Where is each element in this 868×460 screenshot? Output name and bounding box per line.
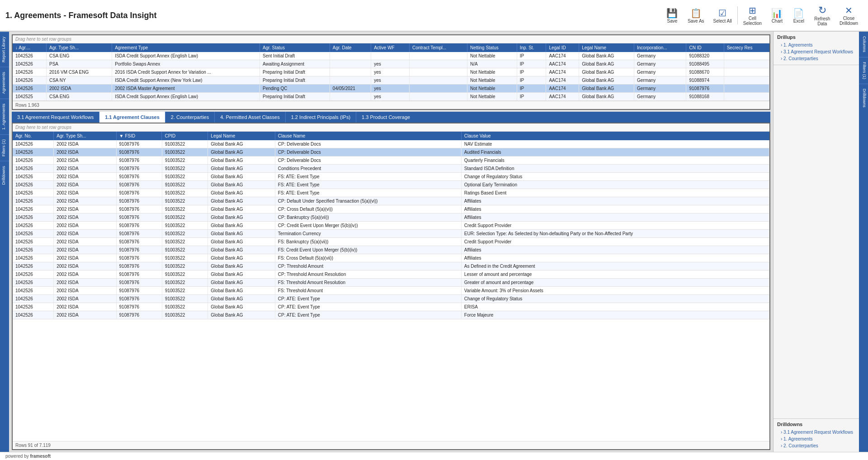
tab-asset-classes[interactable]: 4. Permitted Asset Classes (215, 112, 285, 123)
table-row[interactable]: 1042525CSA ENGISDA Credit Support Annex … (13, 93, 769, 101)
refresh-data-button[interactable]: ↻ RefreshData (810, 3, 835, 28)
table-cell: Global Bank AG (208, 254, 275, 262)
table-row[interactable]: 10425262002 ISDA9108797691003522Global B… (13, 311, 769, 319)
table-cell: 91087976 (116, 311, 162, 319)
chart-button[interactable]: 📊 Chart (766, 6, 788, 25)
table-row[interactable]: 10425262002 ISDA2002 ISDA Master Agreeme… (13, 85, 769, 93)
excel-button[interactable]: 📄 Excel (788, 6, 810, 25)
drillup-item-agreements[interactable]: › 1. Agreements (777, 42, 855, 48)
table-cell: 1042526 (13, 287, 54, 295)
tab-indirect[interactable]: 1.2 Indirect Principals (IPs) (286, 112, 356, 123)
drilldown-item-agreements[interactable]: › 1. Agreements (777, 436, 855, 442)
side-tab-agreements[interactable]: Agreements (0, 67, 9, 99)
table-cell: 91003522 (162, 222, 208, 230)
table-row[interactable]: 10425262002 ISDA9108797691003522Global B… (13, 197, 769, 205)
table-cell: 91088320 (686, 52, 724, 60)
table-cell: CP: ATE: Event Type (275, 303, 461, 311)
save-as-button[interactable]: 📋 Save As (683, 6, 709, 25)
app-body: Report Library Agreements 1. Agreements … (0, 32, 868, 452)
right-side-tab-filters[interactable]: Filters (1) (859, 57, 868, 84)
drillup-item-workflow[interactable]: › 3.1 Agreement Request Workflows (777, 48, 855, 55)
bottom-table-body: 10425262002 ISDA9108797691003522Global B… (13, 140, 769, 319)
tab-counterparties[interactable]: 2. Counterparties (165, 112, 215, 123)
save-button[interactable]: 💾 Save (661, 6, 683, 25)
table-cell: Not Nettable (467, 85, 517, 93)
table-cell: 1042526 (13, 205, 54, 213)
table-cell: 1042526 (13, 76, 46, 85)
table-row[interactable]: 1042526CSA NYISDA Credit Support Annex (… (13, 76, 769, 85)
table-row[interactable]: 10425262002 ISDA9108797691003522Global B… (13, 165, 769, 173)
table-cell: 1042526 (13, 173, 54, 181)
table-row[interactable]: 10425262002 ISDA9108797691003522Global B… (13, 181, 769, 189)
select-all-button[interactable]: ☑ Select All (709, 6, 736, 25)
table-row[interactable]: 10425262002 ISDA9108797691003522Global B… (13, 262, 769, 270)
right-side-tab-columns[interactable]: Columns (859, 32, 868, 57)
drilldown-item-counterparties[interactable]: › 2. Counterparties (777, 442, 855, 449)
table-row[interactable]: 10425262002 ISDA9108797691003522Global B… (13, 303, 769, 311)
side-tab-filters[interactable]: Filters (1) (0, 134, 9, 161)
table-cell: 1042526 (13, 303, 54, 311)
top-grid-container: Drag here to set row groups ↓ Agr.... Ag… (12, 34, 770, 110)
table-row[interactable]: 10425262002 ISDA9108797691003522Global B… (13, 205, 769, 213)
side-tab-report-library[interactable]: Report Library (0, 32, 9, 67)
table-row[interactable]: 10425262002 ISDA9108797691003522Global B… (13, 213, 769, 222)
table-row[interactable]: 10425262002 ISDA9108797691003522Global B… (13, 254, 769, 262)
table-cell: 91087976 (116, 287, 162, 295)
drilldown-item-workflow[interactable]: › 3.1 Agreement Request Workflows (777, 429, 855, 436)
top-table-scroll[interactable]: ↓ Agr.... Agr. Type Sh... Agreement Type… (13, 43, 769, 101)
table-cell: 91003522 (162, 173, 208, 181)
table-cell: 91003522 (162, 246, 208, 254)
table-cell: Germany (634, 85, 686, 93)
table-cell: 2002 ISDA (54, 262, 116, 270)
table-cell: AAC174 (546, 93, 579, 101)
table-cell: ISDA Credit Support Annex (English Law) (112, 93, 260, 101)
table-row[interactable]: 10425262002 ISDA9108797691003522Global B… (13, 287, 769, 295)
table-cell: EUR: Selection Type: As Selected by Non-… (461, 230, 769, 238)
table-row[interactable]: 10425262002 ISDA9108797691003522Global B… (13, 222, 769, 230)
table-cell: Global Bank AG (579, 60, 634, 68)
table-row[interactable]: 1042526CSA ENGISDA Credit Support Annex … (13, 52, 769, 60)
table-cell: FS: ATE: Event Type (275, 181, 461, 189)
table-row[interactable]: 10425262002 ISDA9108797691003522Global B… (13, 230, 769, 238)
table-row[interactable]: 10425262002 ISDA9108797691003522Global B… (13, 140, 769, 148)
table-row[interactable]: 10425262016 VM CSA ENG2016 ISDA Credit S… (13, 68, 769, 76)
table-cell: Conditions Precedent (275, 165, 461, 173)
table-cell: yes (371, 85, 410, 93)
table-cell: Preparing Initial Draft (260, 68, 330, 76)
table-cell: 91087976 (116, 238, 162, 246)
table-cell: 2002 ISDA Master Agreement (112, 85, 260, 93)
drillup-item-counterparties[interactable]: › 2. Counterparties (777, 55, 855, 62)
table-row[interactable]: 10425262002 ISDA9108797691003522Global B… (13, 238, 769, 246)
table-cell: Credit Support Provider (461, 238, 769, 246)
table-row[interactable]: 1042526PSAPortfolio Swaps AnnexAwaiting … (13, 60, 769, 68)
table-cell: 91087976 (116, 303, 162, 311)
bottom-table-scroll[interactable]: Agr. No. Agr. Type Sh... ▼FSID CPID Lega… (13, 132, 769, 441)
table-row[interactable]: 10425262002 ISDA9108797691003522Global B… (13, 173, 769, 181)
table-row[interactable]: 10425262002 ISDA9108797691003522Global B… (13, 295, 769, 303)
table-cell (371, 52, 410, 60)
close-drilldown-button[interactable]: ✕ CloseDrilldown (835, 3, 863, 28)
tab-clauses[interactable]: 1.1 Agreement Clauses (99, 112, 165, 123)
table-row[interactable]: 10425262002 ISDA9108797691003522Global B… (13, 270, 769, 279)
tab-workflow[interactable]: 3.1 Agreement Request Workflows (12, 112, 99, 123)
table-row[interactable]: 10425262002 ISDA9108797691003522Global B… (13, 156, 769, 165)
table-cell: 91087976 (116, 295, 162, 303)
top-col-netting: Netting Status (467, 43, 517, 52)
table-row[interactable]: 10425262002 ISDA9108797691003522Global B… (13, 148, 769, 156)
table-cell: 91003522 (162, 156, 208, 165)
side-tab-1-agreements[interactable]: 1. Agreements (0, 99, 9, 134)
table-cell: 2002 ISDA (54, 246, 116, 254)
table-row[interactable]: 10425262002 ISDA9108797691003522Global B… (13, 246, 769, 254)
tab-product[interactable]: 1.3 Product Coverage (356, 112, 415, 123)
bottom-col-legal-name: Legal Name (208, 132, 275, 140)
header: 1. Agreements - Framesoft Data Insight 💾… (0, 0, 868, 32)
table-cell: ISDA Credit Support Annex (English Law) (112, 52, 260, 60)
cell-selection-button[interactable]: ⊞ CellSelection (739, 3, 766, 28)
table-cell: Affiliates (461, 197, 769, 205)
table-cell: 1042525 (13, 93, 46, 101)
right-side-tab-drilldowns[interactable]: Drilldowns (859, 84, 868, 112)
top-col-agr-status: Agr. Status (260, 43, 330, 52)
table-row[interactable]: 10425262002 ISDA9108797691003522Global B… (13, 279, 769, 287)
side-tab-drilldowns[interactable]: Drilldowns (0, 161, 9, 190)
table-row[interactable]: 10425262002 ISDA9108797691003522Global B… (13, 189, 769, 197)
